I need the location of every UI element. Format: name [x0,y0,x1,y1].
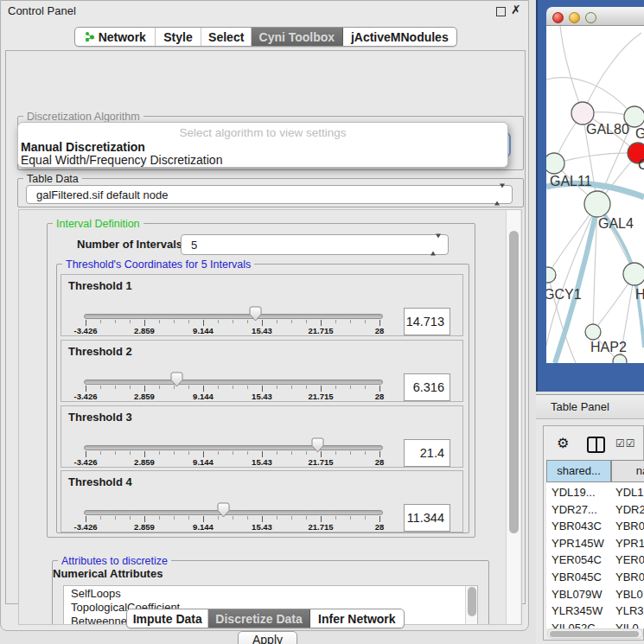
close-icon[interactable]: ✗ [511,3,521,16]
threshold-slider-thumb[interactable] [311,437,324,456]
algorithm-option-manual-discretization[interactable]: Manual Discretization [21,140,505,153]
tick [262,451,263,457]
algorithm-option-equal-width-frequency-discretization[interactable]: Equal Width/Frequency Discretization [21,153,505,166]
column-split-icon[interactable] [587,437,605,453]
tick [262,516,263,522]
threshold-slider-track[interactable] [84,445,383,450]
threshold-slider-track[interactable] [84,379,383,385]
network-node-h[interactable] [623,263,644,285]
network-node-gal11[interactable] [546,153,564,174]
cell-name: YLR3 [615,604,644,617]
number-of-intervals-combobox[interactable]: 5 [181,234,449,255]
vertical-scrollbar[interactable] [506,210,520,624]
checkbox-pair-icon[interactable]: ☑☑ [615,437,636,450]
scrollbar-thumb[interactable] [550,631,639,637]
threshold-slider-thumb[interactable] [217,502,230,521]
tab-label: Style [163,30,192,44]
cell-name: YER0 [615,553,644,566]
threshold-value-input[interactable]: 11.344 [404,504,450,532]
tick [144,451,145,457]
horizontal-scrollbar[interactable] [547,628,643,639]
tick-label: -3.426 [66,326,105,335]
tick-label: 15.43 [242,392,282,401]
tab-style[interactable]: Style [156,28,202,46]
table-row[interactable]: YBR045CYBR0 [546,571,644,584]
threshold-slider-track[interactable] [84,510,383,515]
tick-label: 28 [360,522,399,532]
tick [86,320,86,326]
table-row[interactable]: YDR27...YDR2 [546,503,644,517]
group-title: Attributes to discretize [58,555,171,567]
tab-infer-network[interactable]: Infer Network [310,609,404,628]
table-row[interactable]: YBR043CYBR0 [546,520,644,533]
tab-network[interactable]: Network [75,28,156,46]
scrollbar-thumb[interactable] [468,587,476,616]
screen: Control Panel ✗ NetworkStyleSelectCyni T… [0,0,644,644]
tick [203,451,204,457]
network-node-gal4[interactable] [584,191,610,217]
apply-button[interactable]: Apply [238,631,297,644]
table-row[interactable]: YDL19...YDL1 [546,486,644,500]
cell-shared-name: YBL079W [552,588,610,601]
tab-cyni-toolbox[interactable]: Cyni Toolbox [252,28,343,46]
tab-discretize-data[interactable]: Discretize Data [208,609,309,628]
threshold-slider-thumb[interactable] [170,372,183,391]
threshold-value-input[interactable]: 14.713 [404,308,450,335]
tick [115,516,116,520]
cell-name: YDL1 [615,486,644,499]
control-panel-titlebar[interactable]: Control Panel ✗ [1,1,530,21]
close-red-light[interactable] [552,12,564,23]
tick [130,451,131,455]
threshold-label: Threshold 1 [68,279,132,292]
tab-jactivemnodules[interactable]: jActiveMNodules [343,28,456,46]
table-row[interactable]: YPR145WYPR1 [546,537,644,551]
cell-shared-name: YPR145W [552,537,610,550]
cell-name: YBR0 [615,520,644,532]
tick [306,386,307,389]
zoom-green-light[interactable] [585,12,596,23]
tick [291,516,292,520]
tick [115,320,116,323]
table-row[interactable]: YER054CYER0 [546,553,644,567]
column-header-shared[interactable]: shared... [546,460,611,482]
network-canvas[interactable]: GAL80GACGAL11GAL4GCY1HHAP2 [546,26,644,363]
tick [350,320,351,323]
network-graph-icon [84,31,95,42]
settings-gear-icon[interactable]: ⚙ [557,435,569,451]
tick [277,320,277,323]
cell-shared-name: YBR043C [552,520,610,532]
cell-name: YIL0 [615,622,639,628]
table-row[interactable]: YLR345WYLR3 [546,604,644,618]
threshold-label: Threshold 2 [68,345,132,358]
tick-label: 2.859 [124,326,164,335]
table-row[interactable]: YBL079WYBL0 [546,588,644,602]
tick-label: -3.426 [66,392,105,401]
threshold-slider-thumb[interactable] [249,306,262,325]
tick-label: 9.144 [183,392,223,401]
tab-select[interactable]: Select [201,28,252,46]
tick-label: 9.144 [183,326,223,335]
network-window-titlebar[interactable] [546,7,644,26]
table-row[interactable]: YIL052CYIL0 [546,622,644,628]
tick [130,320,131,323]
cell-shared-name: YER054C [552,553,610,566]
threshold-value-input[interactable]: 21.4 [404,439,450,467]
tick-label: 2.859 [124,392,164,401]
group-title: Table Data [23,173,82,185]
tab-impute-data[interactable]: Impute Data [127,609,208,628]
scrollbar-thumb[interactable] [509,231,519,533]
table-data-combobox[interactable]: galFiltered.sif default node [26,185,513,204]
column-header-name[interactable]: name [611,460,644,482]
cell-shared-name: YBR045C [552,571,610,583]
algorithm-dropdown-popup: Select algorithm to view settings Manual… [17,122,508,168]
threshold-value-input[interactable]: 6.316 [404,373,450,401]
minimize-yellow-light[interactable] [569,12,580,23]
network-node[interactable] [613,354,627,363]
float-window-icon[interactable] [496,7,506,16]
list-item-selfloops[interactable]: SelfLoops [71,587,121,600]
network-node-hap2[interactable] [585,324,601,340]
list-scrollbar[interactable] [465,586,477,625]
tick-label: -3.426 [66,522,105,532]
threshold-slider-track[interactable] [84,314,383,319]
network-node-gcy1[interactable] [546,267,556,283]
